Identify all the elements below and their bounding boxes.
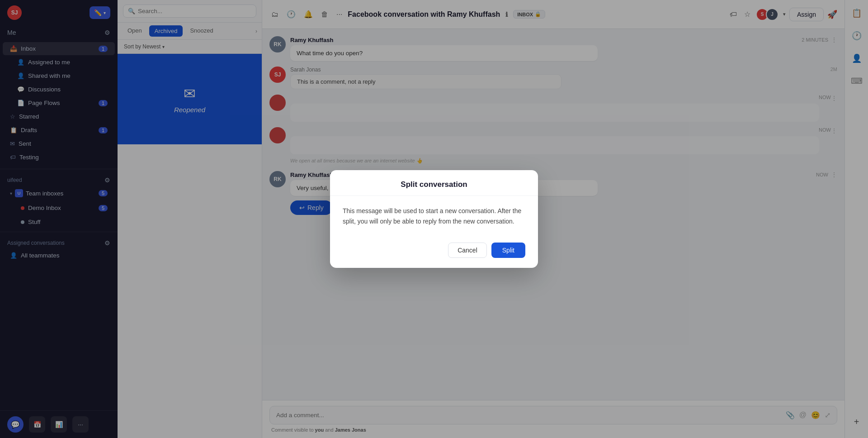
split-button[interactable]: Split bbox=[491, 243, 525, 258]
modal-footer: Cancel Split bbox=[330, 236, 538, 268]
cancel-button[interactable]: Cancel bbox=[448, 243, 487, 258]
split-conversation-modal: Split conversation This message will be … bbox=[330, 170, 538, 268]
modal-title: Split conversation bbox=[343, 180, 525, 189]
modal-overlay: Split conversation This message will be … bbox=[0, 0, 868, 438]
modal-header: Split conversation bbox=[330, 170, 538, 196]
modal-body: This message will be used to start a new… bbox=[330, 196, 538, 236]
